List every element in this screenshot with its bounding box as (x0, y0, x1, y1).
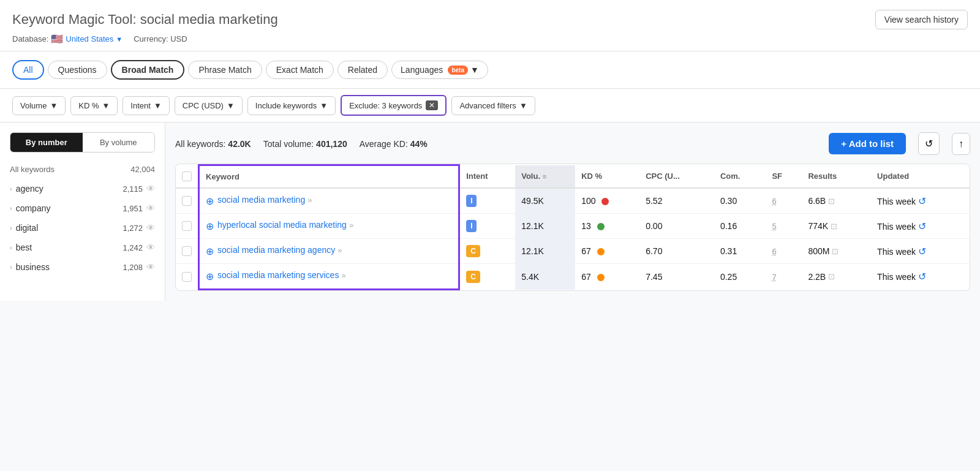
kd-column-header: KD % (575, 165, 639, 189)
row-checkbox[interactable] (182, 246, 192, 256)
sf-value: 6 (772, 247, 776, 256)
sf-column-header: SF (766, 165, 802, 189)
keyword-link[interactable]: ⊕ social media marketing agency » (206, 245, 452, 257)
com-cell: 0.16 (714, 214, 766, 239)
eye-icon[interactable]: 👁 (146, 262, 155, 272)
volume-cell: 49.5K (515, 188, 575, 214)
results-cell: 774K ⊡ (802, 214, 871, 239)
volume-filter[interactable]: Volume ▼ (12, 96, 66, 115)
include-keywords-filter[interactable]: Include keywords ▼ (247, 96, 336, 115)
cpc-cell: 6.70 (639, 239, 714, 264)
sidebar-item-digital[interactable]: › digital 1,272 👁 (0, 218, 165, 238)
volume-cell: 12.1K (515, 239, 575, 264)
toggle-by-number[interactable]: By number (10, 133, 83, 152)
kd-filter[interactable]: KD % ▼ (70, 96, 118, 115)
export-button[interactable]: ↑ (952, 133, 970, 155)
country-select[interactable]: United States (66, 34, 113, 43)
refresh-icon[interactable]: ↺ (918, 221, 926, 232)
results-icon: ⊡ (831, 222, 837, 231)
keyword-link[interactable]: ⊕ social media marketing services » (206, 270, 452, 282)
exclude-label: Exclude: 3 keywords (349, 101, 422, 110)
view-history-button[interactable]: View search history (875, 10, 968, 29)
intent-cell: C (459, 264, 516, 290)
tab-questions[interactable]: Questions (48, 61, 107, 79)
volume-column-header[interactable]: Volu. ≡ (515, 165, 575, 189)
tab-all[interactable]: All (12, 60, 44, 80)
table-header-row: Keyword Intent Volu. ≡ KD % CPC (U... Co… (176, 165, 970, 189)
cpc-cell: 7.45 (639, 264, 714, 290)
sidebar-count: 1,208 (123, 263, 143, 272)
sidebar-item-business[interactable]: › business 1,208 👁 (0, 257, 165, 277)
chevron-right-icon: › (10, 185, 12, 192)
keyword-link[interactable]: ⊕ hyperlocal social media marketing » (206, 220, 452, 232)
plus-icon: ⊕ (206, 271, 214, 282)
chevron-right-icon: › (10, 224, 12, 232)
kd-cell: 67 (575, 264, 639, 290)
tab-related[interactable]: Related (337, 61, 388, 79)
keyword-text: social media marketing services » (217, 270, 346, 280)
sidebar-item-best[interactable]: › best 1,242 👁 (0, 238, 165, 257)
plus-icon: ⊕ (206, 220, 214, 232)
row-checkbox[interactable] (182, 196, 192, 206)
tab-exact-match[interactable]: Exact Match (266, 61, 334, 79)
keyword-cell: ⊕ social media marketing agency » (199, 239, 459, 264)
avg-kd-stat: Average KD: 44% (360, 139, 428, 149)
exclude-close-icon[interactable]: ✕ (426, 100, 438, 110)
chevron-down-icon: ▼ (227, 101, 235, 110)
chevron-down-icon: ▼ (102, 101, 110, 110)
sidebar-toggle: By number By volume (10, 132, 155, 153)
results-cell: 6.6B ⊡ (802, 188, 871, 214)
intent-badge: I (466, 220, 477, 232)
results-icon: ⊡ (828, 272, 835, 281)
results-value: 774K (808, 221, 828, 231)
toggle-by-volume[interactable]: By volume (83, 133, 155, 152)
refresh-icon[interactable]: ↺ (918, 196, 926, 206)
languages-button[interactable]: Languages beta ▼ (391, 61, 488, 79)
chevron-down-icon[interactable]: ▼ (116, 36, 123, 43)
row-checkbox[interactable] (182, 272, 192, 282)
results-icon: ⊡ (832, 247, 839, 256)
keyword-column-header[interactable]: Keyword (199, 165, 459, 189)
results-cell: 2.2B ⊡ (802, 264, 871, 290)
select-all-checkbox[interactable] (182, 171, 192, 181)
plus-icon: ⊕ (206, 246, 214, 257)
total-volume-value: 401,120 (316, 139, 347, 149)
sidebar-item-agency[interactable]: › agency 2,115 👁 (0, 179, 165, 198)
sidebar-all-keywords-count: 42,004 (130, 165, 155, 174)
com-cell: 0.31 (714, 239, 766, 264)
chevron-right-icon: » (341, 271, 345, 280)
kd-cell: 13 (575, 214, 639, 239)
tool-label: Keyword Magic Tool: (12, 12, 137, 27)
kd-dot (597, 248, 605, 255)
all-keywords-stat: All keywords: 42.0K (175, 139, 251, 149)
cpc-filter[interactable]: CPC (USD) ▼ (175, 96, 243, 115)
intent-badge: C (466, 271, 480, 283)
sidebar-label: digital (16, 223, 119, 233)
add-to-list-button[interactable]: + Add to list (829, 133, 906, 154)
refresh-icon[interactable]: ↺ (918, 271, 926, 282)
all-keywords-label: All keywords: (175, 139, 225, 149)
refresh-button[interactable]: ↺ (918, 132, 940, 155)
kd-dot (597, 223, 605, 230)
intent-filter[interactable]: Intent ▼ (123, 96, 169, 115)
advanced-filters[interactable]: Advanced filters ▼ (451, 96, 535, 115)
refresh-icon[interactable]: ↺ (918, 246, 926, 257)
keyword-link[interactable]: ⊕ social media marketing » (206, 195, 452, 207)
chevron-down-icon: ▼ (154, 101, 162, 110)
total-volume-label: Total volume: (263, 139, 314, 149)
tabs-row: All Questions Broad Match Phrase Match E… (12, 60, 968, 88)
sidebar-label: agency (16, 184, 119, 194)
row-checkbox[interactable] (182, 221, 192, 231)
flag-icon: 🇺🇸 (51, 33, 63, 45)
sidebar-item-company[interactable]: › company 1,951 👁 (0, 198, 165, 218)
eye-icon[interactable]: 👁 (146, 243, 155, 252)
eye-icon[interactable]: 👁 (146, 184, 155, 194)
eye-icon[interactable]: 👁 (146, 203, 155, 213)
sidebar-label: best (16, 243, 119, 252)
tab-phrase-match[interactable]: Phrase Match (188, 61, 262, 79)
intent-badge: I (466, 195, 477, 207)
tab-broad-match[interactable]: Broad Match (111, 60, 185, 80)
chevron-right-icon: › (10, 205, 12, 212)
exclude-filter[interactable]: Exclude: 3 keywords ✕ (341, 95, 447, 116)
eye-icon[interactable]: 👁 (146, 223, 155, 233)
